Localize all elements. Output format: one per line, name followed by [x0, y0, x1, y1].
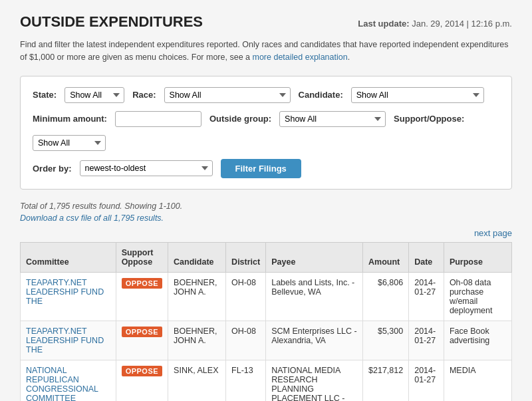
next-page-link[interactable]: next page — [474, 228, 512, 238]
cell-district: FL-13 — [226, 360, 266, 401]
col-header-payee: Payee — [266, 242, 363, 272]
last-update: Last update: Jan. 29, 2014 | 12:16 p.m. — [358, 19, 512, 29]
page-wrapper: OUTSIDE EXPENDITURES Last update: Jan. 2… — [0, 0, 532, 401]
col-header-district: District — [226, 242, 266, 272]
filter-row-2: Minimum amount: Outside group: Show All … — [33, 111, 499, 151]
committee-link[interactable]: NATIONAL REPUBLICAN CONGRESSIONAL COMMIT… — [26, 366, 98, 402]
cell-date: 2014-01-27 — [409, 360, 444, 401]
last-update-label: Last update: — [358, 19, 409, 29]
col-header-date: Date — [409, 242, 444, 272]
cell-committee: NATIONAL REPUBLICAN CONGRESSIONAL COMMIT… — [21, 360, 116, 401]
cell-payee: Labels and Lists, Inc. - Bellevue, WA — [266, 272, 363, 321]
support-oppose-badge: OPPOSE — [122, 366, 162, 376]
filter-row-1: State: Show All Race: Show All Candidate… — [33, 87, 499, 103]
state-label: State: — [33, 90, 57, 100]
csv-download-link[interactable]: Download a csv file of all 1,795 results… — [20, 213, 164, 223]
col-header-amount: Amount — [363, 242, 409, 272]
page-title: OUTSIDE EXPENDITURES — [20, 13, 203, 31]
csv-link-row: Download a csv file of all 1,795 results… — [20, 213, 512, 223]
cell-payee: SCM Enterprises LLC - Alexandria, VA — [266, 321, 363, 360]
table-row: TEAPARTY.NET LEADERSHIP FUND THEOPPOSEBO… — [21, 272, 512, 321]
min-amount-input[interactable] — [115, 111, 201, 127]
results-summary-text: Total of 1,795 results found. Showing 1-… — [20, 201, 182, 211]
committee-link[interactable]: TEAPARTY.NET LEADERSHIP FUND THE — [26, 327, 104, 354]
order-label: Order by: — [33, 164, 72, 174]
cell-district: OH-08 — [226, 321, 266, 360]
cell-support-oppose: OPPOSE — [116, 360, 168, 401]
cell-payee: NATIONAL MEDIA RESEARCH PLANNING PLACEME… — [266, 360, 363, 401]
cell-date: 2014-01-27 — [409, 272, 444, 321]
cell-purpose: MEDIA — [444, 360, 511, 401]
filter-button[interactable]: Filter Filings — [221, 159, 301, 178]
cell-support-oppose: OPPOSE — [116, 321, 168, 360]
table-header-row: Committee SupportOppose Candidate Distri… — [21, 242, 512, 272]
cell-purpose: Face Book advertising — [444, 321, 511, 360]
candidate-select[interactable]: Show All — [351, 87, 484, 103]
candidate-label: Candidate: — [299, 90, 343, 100]
cell-committee: TEAPARTY.NET LEADERSHIP FUND THE — [21, 321, 116, 360]
cell-purpose: Oh-08 data purchase w/email deployment — [444, 272, 511, 321]
filter-box: State: Show All Race: Show All Candidate… — [20, 76, 512, 190]
race-select[interactable]: Show All — [164, 87, 291, 103]
expenditures-table: Committee SupportOppose Candidate Distri… — [20, 242, 512, 402]
cell-district: OH-08 — [226, 272, 266, 321]
cell-candidate: BOEHNER, JOHN A. — [168, 321, 226, 360]
cell-candidate: BOEHNER, JOHN A. — [168, 272, 226, 321]
outside-group-select[interactable]: Show All — [279, 111, 386, 127]
results-summary: Total of 1,795 results found. Showing 1-… — [20, 201, 512, 211]
support-oppose-select[interactable]: Show All — [33, 135, 106, 151]
col-header-support-oppose: SupportOppose — [116, 242, 168, 272]
state-select[interactable]: Show All — [65, 87, 124, 103]
race-label: Race: — [132, 90, 156, 100]
support-oppose-label: Support/Oppose: — [394, 114, 464, 124]
filter-row-3: Order by: newest-to-oldest Filter Filing… — [33, 159, 499, 178]
outside-group-label: Outside group: — [209, 114, 271, 124]
cell-candidate: SINK, ALEX — [168, 360, 226, 401]
col-header-purpose: Purpose — [444, 242, 511, 272]
cell-amount: $6,806 — [363, 272, 409, 321]
table-row: NATIONAL REPUBLICAN CONGRESSIONAL COMMIT… — [21, 360, 512, 401]
table-row: TEAPARTY.NET LEADERSHIP FUND THEOPPOSEBO… — [21, 321, 512, 360]
description-link[interactable]: more detailed explanation — [253, 53, 348, 62]
description-end: . — [348, 53, 350, 62]
last-update-value: Jan. 29, 2014 | 12:16 p.m. — [412, 19, 512, 29]
cell-committee: TEAPARTY.NET LEADERSHIP FUND THE — [21, 272, 116, 321]
description: Find and filter the latest independent e… — [20, 39, 512, 64]
cell-support-oppose: OPPOSE — [116, 272, 168, 321]
support-oppose-badge: OPPOSE — [122, 327, 162, 337]
order-select[interactable]: newest-to-oldest — [80, 160, 213, 176]
cell-amount: $217,812 — [363, 360, 409, 401]
cell-date: 2014-01-27 — [409, 321, 444, 360]
pagination-row: next page — [20, 228, 512, 238]
committee-link[interactable]: TEAPARTY.NET LEADERSHIP FUND THE — [26, 278, 104, 306]
col-header-committee: Committee — [21, 242, 116, 272]
col-header-candidate: Candidate — [168, 242, 226, 272]
header-row: OUTSIDE EXPENDITURES Last update: Jan. 2… — [20, 13, 512, 31]
min-amount-label: Minimum amount: — [33, 114, 107, 124]
support-oppose-badge: OPPOSE — [122, 278, 162, 289]
cell-amount: $5,300 — [363, 321, 409, 360]
